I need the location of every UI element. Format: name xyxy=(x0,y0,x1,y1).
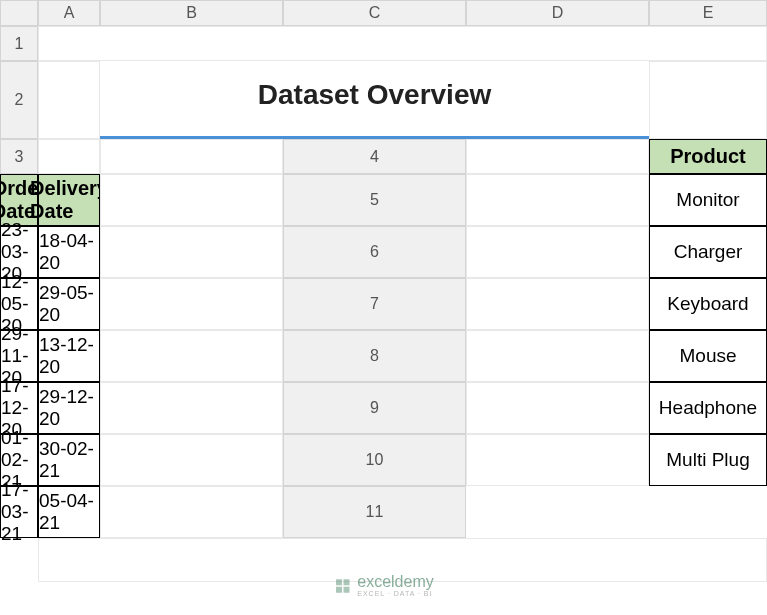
row-header-1[interactable]: 1 xyxy=(0,26,38,61)
cell-e8[interactable] xyxy=(100,382,283,434)
col-header-c[interactable]: C xyxy=(283,0,466,26)
page-title[interactable]: Dataset Overview xyxy=(100,61,649,139)
watermark-main: exceldemy xyxy=(357,574,433,590)
cell-a6[interactable] xyxy=(466,226,649,278)
row-header-10[interactable]: 10 xyxy=(283,434,466,486)
cell-e9[interactable] xyxy=(100,434,283,486)
cell-a10[interactable] xyxy=(466,434,649,486)
table-row[interactable]: 30-02-21 xyxy=(38,434,100,486)
col-header-e[interactable]: E xyxy=(649,0,767,26)
watermark-sub: EXCEL · DATA · BI xyxy=(357,590,433,597)
spreadsheet-grid: A B C D E 1 2 Dataset Overview 3 4 Produ… xyxy=(0,0,767,615)
table-row[interactable]: 13-12-20 xyxy=(38,330,100,382)
row-header-9[interactable]: 9 xyxy=(283,382,466,434)
table-row[interactable]: Charger xyxy=(649,226,767,278)
table-row[interactable]: Headphone xyxy=(649,382,767,434)
cell-e6[interactable] xyxy=(100,278,283,330)
cell-a4[interactable] xyxy=(466,139,649,174)
table-row[interactable]: Monitor xyxy=(649,174,767,226)
table-row[interactable]: Mouse xyxy=(649,330,767,382)
col-header-b[interactable]: B xyxy=(100,0,283,26)
cell-a7[interactable] xyxy=(466,278,649,330)
row-header-6[interactable]: 6 xyxy=(283,226,466,278)
table-row[interactable]: Multi Plug xyxy=(649,434,767,486)
col-header-d[interactable]: D xyxy=(466,0,649,26)
select-all-corner[interactable] xyxy=(0,0,38,26)
table-row[interactable]: 05-04-21 xyxy=(38,486,100,538)
header-delivery-date[interactable]: Delivery Date xyxy=(38,174,100,226)
row-header-5[interactable]: 5 xyxy=(283,174,466,226)
cell-a2[interactable] xyxy=(38,61,100,139)
table-row[interactable]: Keyboard xyxy=(649,278,767,330)
row-header-4[interactable]: 4 xyxy=(283,139,466,174)
table-row[interactable]: 18-04-20 xyxy=(38,226,100,278)
row-header-11[interactable]: 11 xyxy=(283,486,466,538)
logo-icon xyxy=(333,577,351,595)
cell-a8[interactable] xyxy=(466,330,649,382)
cell-e10[interactable] xyxy=(100,486,283,538)
header-product[interactable]: Product xyxy=(649,139,767,174)
cell-e2[interactable] xyxy=(649,61,767,139)
row-header-2[interactable]: 2 xyxy=(0,61,38,139)
watermark: exceldemy EXCEL · DATA · BI xyxy=(333,574,433,597)
table-row[interactable]: 17-03-21 xyxy=(0,486,38,538)
cell-a3[interactable] xyxy=(38,139,100,174)
row-header-8[interactable]: 8 xyxy=(283,330,466,382)
cell-e5[interactable] xyxy=(100,226,283,278)
cell-a9[interactable] xyxy=(466,382,649,434)
table-row[interactable]: 29-12-20 xyxy=(38,382,100,434)
cell-row1[interactable] xyxy=(38,26,767,61)
table-row[interactable]: 29-05-20 xyxy=(38,278,100,330)
row-header-3[interactable]: 3 xyxy=(0,139,38,174)
col-header-a[interactable]: A xyxy=(38,0,100,26)
cell-a5[interactable] xyxy=(466,174,649,226)
cell-e7[interactable] xyxy=(100,330,283,382)
cell-e3[interactable] xyxy=(100,139,283,174)
row-header-7[interactable]: 7 xyxy=(283,278,466,330)
cell-e4[interactable] xyxy=(100,174,283,226)
